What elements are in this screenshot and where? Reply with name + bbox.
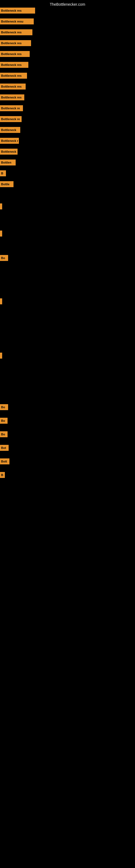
bottleneck-bar [0, 352, 2, 359]
bottleneck-bar: Bottleneck res [0, 29, 32, 35]
site-title: TheBottlenecker.com [50, 2, 85, 6]
bottleneck-bar: Bottle [0, 181, 13, 187]
bottleneck-bar [0, 204, 2, 209]
bottleneck-bar: Bo [0, 418, 8, 424]
bottleneck-bar [0, 299, 2, 304]
bottleneck-bar: Bottleneck res [0, 8, 35, 13]
bottleneck-bar: Bo [0, 404, 8, 410]
bottleneck-bar: Bottleneck res [0, 40, 31, 46]
bottleneck-bar: Bottleneck res [0, 94, 24, 100]
bottleneck-bar [0, 230, 2, 237]
bottleneck-bar: Bottleneck res [0, 51, 30, 57]
bottleneck-bar: Bot [0, 445, 9, 451]
bottleneck-bar: Bo [0, 255, 8, 261]
bottleneck-bar: Bo [0, 431, 8, 437]
bottleneck-bar: Bottleneck res [0, 84, 26, 90]
bottleneck-bar: Bottleneck r [0, 138, 19, 144]
bottleneck-bar: Bottleneck [0, 149, 17, 155]
bottleneck-bar: Bottleneck resu [0, 19, 34, 24]
bottleneck-bar: Bottleneck res [0, 62, 28, 68]
bottleneck-bar: Bottleneck re [0, 105, 23, 111]
bottleneck-bar: B [0, 170, 6, 176]
bottleneck-bar: Bottlen [0, 159, 16, 165]
bottleneck-bar: Bottleneck [0, 127, 20, 133]
bottleneck-bar: Bottleneck re [0, 116, 21, 122]
bottleneck-bar: Bott [0, 458, 9, 464]
bottleneck-bar: B [0, 472, 5, 478]
bottleneck-bar: Bottleneck res [0, 73, 27, 79]
